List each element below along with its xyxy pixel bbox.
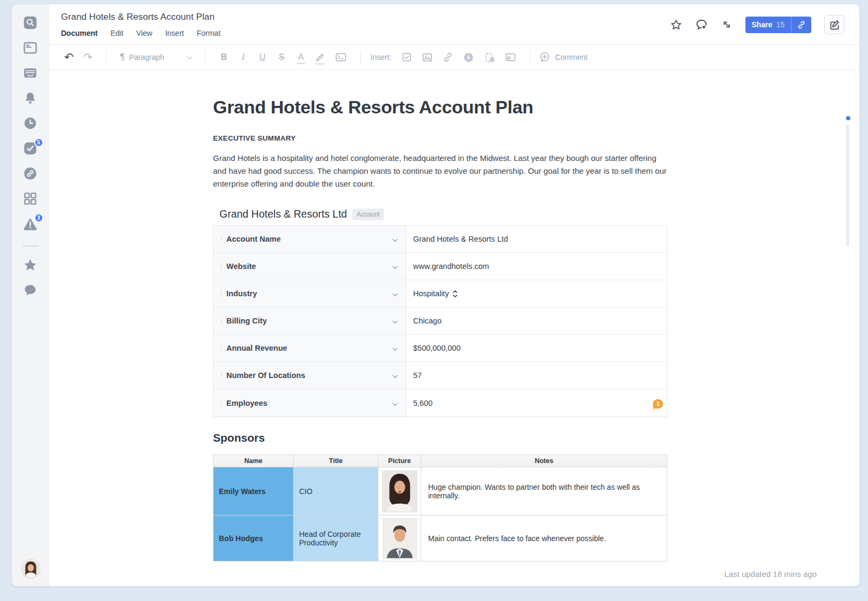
chevron-down-icon[interactable] xyxy=(393,289,397,298)
redo-button[interactable]: ↷ xyxy=(83,51,93,64)
code-block-button[interactable] xyxy=(335,51,347,63)
field-value-cell[interactable]: www.grandhotels.com xyxy=(406,253,667,280)
sponsor-notes-cell[interactable]: Huge champion. Wants to partner both wit… xyxy=(421,467,667,515)
chevron-down-icon[interactable] xyxy=(393,398,397,408)
field-value-cell[interactable]: Grand Hotels & Resorts Ltd xyxy=(406,226,667,252)
drag-handle-icon[interactable]: ⋮ xyxy=(218,290,224,297)
compose-icon xyxy=(829,19,840,30)
expand-button[interactable] xyxy=(721,19,733,30)
field-label: Annual Revenue xyxy=(226,344,287,352)
sidebar-item-notifications[interactable] xyxy=(22,90,39,107)
sponsor-picture-cell xyxy=(378,467,421,515)
menu-document[interactable]: Document xyxy=(61,29,97,37)
insert-label: Insert: xyxy=(370,53,391,61)
last-updated-status: Last updated 18 mins ago xyxy=(724,569,817,579)
menu-insert[interactable]: Insert xyxy=(165,29,184,37)
new-document-button[interactable] xyxy=(824,15,844,34)
field-value: Hospitality xyxy=(413,289,449,298)
account-type-badge: Account xyxy=(352,209,384,220)
select-updown-icon[interactable] xyxy=(452,290,458,298)
star-filled-icon xyxy=(23,258,37,274)
grid-icon xyxy=(23,191,37,208)
sponsor-title-cell[interactable]: Head of Corporate Productivity xyxy=(294,515,378,561)
comment-count-badge[interactable]: 1 xyxy=(653,399,663,409)
field-label-cell[interactable]: ⋮ Employees xyxy=(214,389,406,417)
header-actions: Share 15 xyxy=(670,15,845,34)
sponsor-name-cell[interactable]: Emily Waters xyxy=(214,467,294,515)
menu-view[interactable]: View xyxy=(136,29,153,37)
field-value-cell[interactable]: $500,000,000 xyxy=(406,335,667,361)
sidebar-item-links[interactable] xyxy=(22,166,39,183)
sponsor-name-cell[interactable]: Bob Hodges xyxy=(214,515,294,561)
field-label-cell[interactable]: ⋮ Number Of Locations xyxy=(214,362,406,389)
undo-button[interactable]: ↶ xyxy=(64,51,74,64)
comment-plus-icon xyxy=(539,51,551,63)
field-label-cell[interactable]: ⋮ Annual Revenue xyxy=(214,335,406,361)
sidebar-item-tasks[interactable]: 5 xyxy=(22,141,39,158)
chevron-down-icon[interactable] xyxy=(393,343,397,353)
sidebar-item-recent[interactable] xyxy=(22,115,39,133)
sidebar-item-inbox[interactable] xyxy=(22,65,39,82)
sponsors-table: Name Title Picture Notes Emily Waters CI… xyxy=(213,454,667,561)
insert-link-button[interactable] xyxy=(443,52,453,63)
field-value-cell[interactable]: 57 xyxy=(406,362,667,389)
lightning-icon xyxy=(463,52,474,63)
sidebar-item-search[interactable] xyxy=(22,15,39,32)
text-color-button[interactable]: A xyxy=(296,52,306,62)
chevron-down-icon[interactable] xyxy=(393,316,397,326)
share-button-main[interactable]: Share 15 xyxy=(745,17,791,33)
chevron-down-icon[interactable] xyxy=(393,234,397,244)
paragraph-style-dropdown[interactable]: ¶ Paragraph xyxy=(120,52,192,63)
field-label-cell[interactable]: ⋮ Industry xyxy=(214,280,406,307)
chevron-down-icon[interactable] xyxy=(393,371,397,380)
insert-automation-button[interactable] xyxy=(463,52,474,63)
column-header-title: Title xyxy=(294,455,378,467)
toolbar-divider xyxy=(360,50,361,64)
chat-bubble-icon xyxy=(23,283,37,299)
highlight-button[interactable] xyxy=(315,52,325,63)
underline-button[interactable]: U xyxy=(257,52,267,62)
field-label-cell[interactable]: ⋮ Account Name xyxy=(214,226,406,252)
clock-icon xyxy=(23,116,37,133)
field-value-cell[interactable]: Chicago xyxy=(406,307,667,334)
document-canvas[interactable]: Grand Hotels & Resorts Account Plan EXEC… xyxy=(49,70,859,586)
favorite-star-button[interactable] xyxy=(670,19,682,31)
user-avatar[interactable] xyxy=(21,559,41,579)
drag-handle-icon[interactable]: ⋮ xyxy=(218,317,224,325)
insert-document-button[interactable] xyxy=(484,52,495,63)
drag-handle-icon[interactable]: ⋮ xyxy=(218,344,224,352)
sidebar-item-alerts[interactable]: 3 xyxy=(22,216,39,233)
drag-handle-icon[interactable]: ⋮ xyxy=(218,399,224,407)
pilcrow-icon: ¶ xyxy=(120,52,125,63)
drag-handle-icon[interactable]: ⋮ xyxy=(218,263,224,270)
comments-button[interactable] xyxy=(695,18,708,31)
drag-handle-icon[interactable]: ⋮ xyxy=(218,235,224,243)
insert-checklist-button[interactable] xyxy=(401,52,412,63)
field-label: Billing City xyxy=(226,317,267,325)
document-window-icon xyxy=(23,41,37,57)
scrollbar-thumb[interactable] xyxy=(846,125,849,246)
account-record-name: Grand Hotels & Resorts Ltd xyxy=(219,208,347,220)
sidebar-item-apps[interactable] xyxy=(22,191,39,208)
sidebar-item-chat[interactable] xyxy=(22,282,39,299)
field-value-cell[interactable]: Hospitality xyxy=(406,280,667,307)
bold-button[interactable]: B xyxy=(219,52,229,62)
menu-edit[interactable]: Edit xyxy=(110,29,123,37)
field-label-cell[interactable]: ⋮ Website xyxy=(214,253,406,280)
share-button[interactable]: Share 15 xyxy=(745,17,812,33)
field-label-cell[interactable]: ⋮ Billing City xyxy=(214,307,406,334)
sponsor-notes-cell[interactable]: Main contact. Prefers face to face whene… xyxy=(421,515,667,561)
strikethrough-button[interactable]: S xyxy=(277,52,286,62)
add-comment-button[interactable]: Comment xyxy=(539,51,588,63)
sidebar-item-documents[interactable] xyxy=(22,40,39,57)
field-value-cell[interactable]: 5,600 1 xyxy=(406,389,667,417)
italic-button[interactable]: I xyxy=(238,52,248,62)
share-link-button[interactable] xyxy=(791,17,811,33)
chevron-down-icon[interactable] xyxy=(393,261,397,271)
insert-layout-button[interactable] xyxy=(505,51,516,63)
sidebar-item-favorites[interactable] xyxy=(22,257,39,274)
insert-image-button[interactable] xyxy=(422,52,433,63)
sponsor-title-cell[interactable]: CIO xyxy=(294,467,378,515)
drag-handle-icon[interactable]: ⋮ xyxy=(218,372,224,379)
menu-format[interactable]: Format xyxy=(197,29,220,37)
